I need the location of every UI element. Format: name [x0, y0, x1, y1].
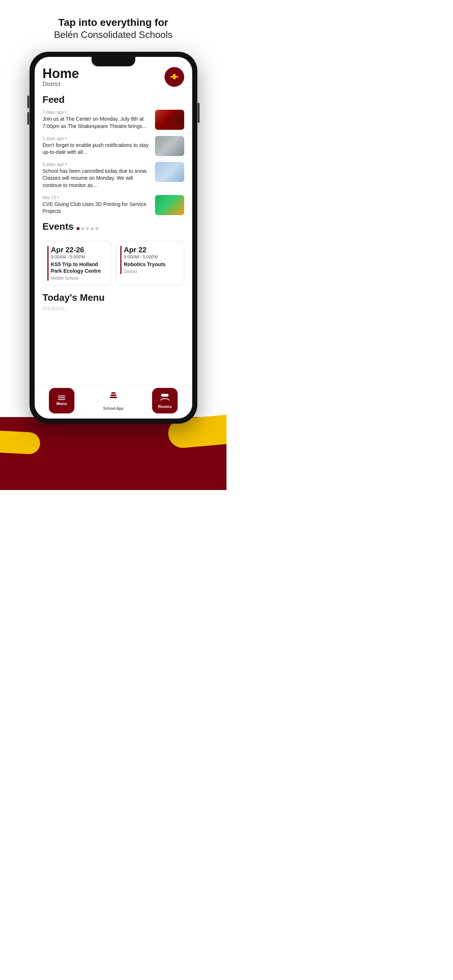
feed-item: 2 days ago • Don't forget to enable push… [43, 136, 184, 156]
svg-rect-4 [110, 395, 116, 396]
school-logo-icon [168, 71, 180, 83]
event-card-inner: Apr 22-26 8:00AM - 5:00PM KS5 Trip to Ho… [48, 246, 107, 281]
volume-up-button [27, 95, 29, 108]
menu-title: Today's Menu [43, 292, 184, 303]
event-card[interactable]: Apr 22-26 8:00AM - 5:00PM KS5 Trip to Ho… [43, 241, 111, 285]
svg-point-8 [163, 394, 166, 397]
feed-image-printing[interactable] [155, 195, 184, 215]
feed-image-phone[interactable] [155, 136, 184, 156]
feed-title: Feed [43, 94, 184, 105]
feed-text: 2 days ago • Don't forget to enable push… [43, 136, 151, 156]
phone-notch [91, 57, 135, 66]
feed-image-theater[interactable] [155, 110, 184, 130]
feed-text: 5 days ago • School has been cancelled t… [43, 162, 151, 189]
svg-rect-3 [110, 397, 117, 398]
event-location: District [124, 269, 179, 274]
header-title-line1: Tap into everything for [14, 16, 212, 29]
events-row: Apr 22-26 8:00AM - 5:00PM KS5 Trip to Ho… [43, 241, 184, 285]
event-date-bar [48, 246, 48, 281]
event-time: 8:00AM - 5:00PM [124, 255, 179, 259]
event-time: 8:00AM - 5:00PM [51, 255, 107, 259]
svg-rect-5 [111, 392, 116, 394]
rooms-nav-button[interactable]: Rooms [152, 388, 178, 414]
feed-item: 2 days ago • Join us at The Center on Mo… [43, 110, 184, 130]
phone-screen: Home District [35, 57, 192, 418]
app-title: Home [43, 67, 79, 80]
feed-timestamp: 2 days ago • [43, 136, 151, 141]
event-date: Apr 22 [124, 246, 179, 254]
dot-inactive [96, 227, 99, 230]
feed-description: Don't forget to enable push notification… [43, 142, 151, 156]
rooms-icon [160, 392, 170, 403]
volume-down-button [27, 112, 29, 125]
header-title-line2: Belén Consolidated Schools [14, 29, 212, 41]
screen-content: Home District [35, 57, 192, 418]
events-header: Events [43, 221, 184, 237]
feed-text: Mar 12 • CVE Giving Club Uses 3D Printin… [43, 195, 151, 215]
event-name: Robotics Tryouts [124, 261, 179, 267]
events-title: Events [43, 221, 74, 232]
menu-preview: Breakfast... [43, 305, 184, 311]
event-date: Apr 22-26 [51, 246, 107, 254]
feed-item: 5 days ago • School has been cancelled t… [43, 162, 184, 189]
hamburger-icon [58, 396, 65, 400]
menu-nav-label: Menu [57, 401, 67, 406]
dot-inactive [91, 227, 94, 230]
phone-frame: Home District [30, 52, 197, 424]
event-date-bar [120, 246, 121, 274]
page-header: Tap into everything for Belén Consolidat… [0, 0, 226, 48]
power-button [198, 103, 199, 123]
feed-description: CVE Giving Club Uses 3D Printing for Ser… [43, 201, 151, 215]
svg-point-2 [173, 74, 175, 76]
dot-inactive [81, 227, 84, 230]
dot-active [77, 227, 80, 230]
event-name: KS5 Trip to Holland Park Ecology Centre [51, 261, 107, 274]
feed-timestamp: Mar 12 • [43, 195, 151, 200]
feed-image-snow[interactable] [155, 162, 184, 182]
bottom-nav: Menu School App [35, 386, 192, 418]
school-app-nav-button[interactable]: School App [103, 391, 124, 410]
feed-timestamp: 5 days ago • [43, 162, 151, 167]
app-header: Home District [43, 67, 184, 88]
event-card[interactable]: Apr 22 8:00AM - 5:00PM Robotics Tryouts … [116, 241, 184, 285]
dot-inactive [86, 227, 89, 230]
feed-item: Mar 12 • CVE Giving Club Uses 3D Printin… [43, 195, 184, 215]
event-location: Middle School [51, 275, 107, 281]
feed-timestamp: 2 days ago • [43, 110, 151, 115]
school-app-nav-label: School App [103, 406, 124, 410]
feed-description: Join us at The Center on Monday, July 8t… [43, 116, 151, 130]
school-app-icon [108, 391, 119, 405]
school-logo[interactable] [164, 67, 184, 87]
menu-nav-button[interactable]: Menu [49, 388, 74, 414]
feed-text: 2 days ago • Join us at The Center on Mo… [43, 110, 151, 130]
event-card-inner: Apr 22 8:00AM - 5:00PM Robotics Tryouts … [120, 246, 179, 274]
rooms-nav-label: Rooms [158, 404, 171, 409]
feed-description: School has been cancelled today due to s… [43, 168, 151, 189]
app-subtitle: District [43, 81, 79, 88]
events-dot-indicator [77, 227, 99, 230]
